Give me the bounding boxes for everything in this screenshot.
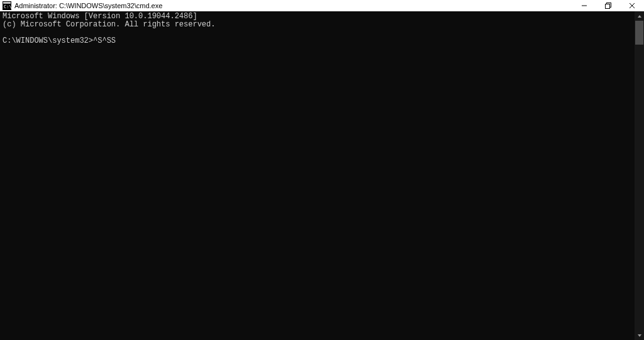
window-controls xyxy=(572,0,644,11)
scroll-up-icon[interactable] xyxy=(635,11,644,21)
cmd-icon: C:\ xyxy=(3,1,11,10)
copyright-line: (c) Microsoft Corporation. All rights re… xyxy=(3,20,215,29)
cmd-window: C:\ Administrator: C:\WINDOWS\system32\c… xyxy=(0,0,644,340)
svg-text:C:\: C:\ xyxy=(4,4,11,9)
window-title: Administrator: C:\WINDOWS\system32\cmd.e… xyxy=(14,2,162,9)
svg-marker-9 xyxy=(638,334,641,337)
scrollbar[interactable] xyxy=(635,11,644,340)
svg-rect-1 xyxy=(3,2,11,4)
svg-marker-8 xyxy=(638,15,641,18)
titlebar[interactable]: C:\ Administrator: C:\WINDOWS\system32\c… xyxy=(0,0,644,11)
terminal-output[interactable]: Microsoft Windows [Version 10.0.19044.24… xyxy=(0,11,635,340)
prompt: C:\WINDOWS\system32> xyxy=(3,36,93,45)
command-input[interactable]: ^S^SS xyxy=(93,36,116,45)
scroll-thumb[interactable] xyxy=(635,21,643,45)
version-line: Microsoft Windows [Version 10.0.19044.24… xyxy=(3,12,197,21)
svg-rect-5 xyxy=(606,4,610,9)
maximize-button[interactable] xyxy=(596,0,620,11)
scroll-down-icon[interactable] xyxy=(635,331,644,340)
minimize-button[interactable] xyxy=(572,0,596,11)
close-button[interactable] xyxy=(620,0,644,11)
prompt-line: C:\WINDOWS\system32>^S^SS xyxy=(3,36,116,45)
terminal-area: Microsoft Windows [Version 10.0.19044.24… xyxy=(0,11,644,340)
